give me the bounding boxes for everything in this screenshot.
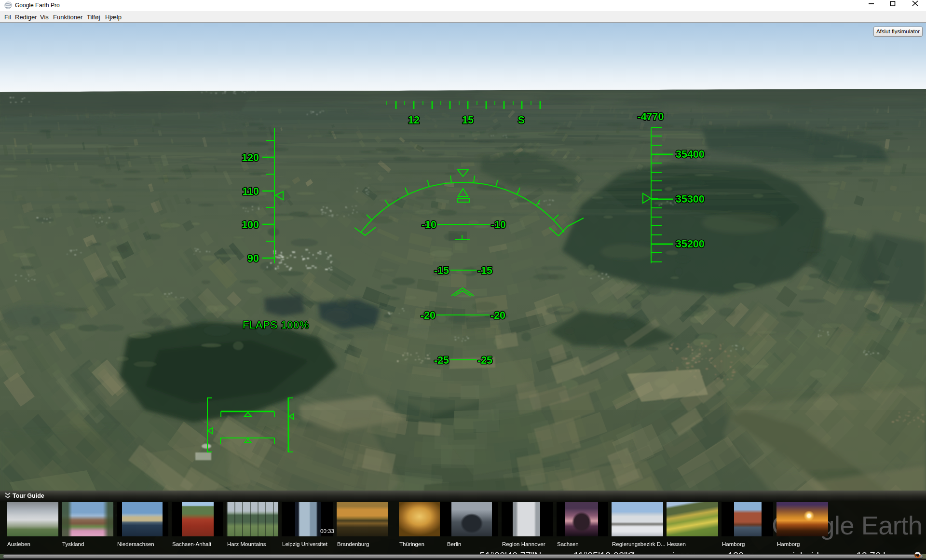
- svg-text:-10: -10: [491, 219, 506, 231]
- svg-text:110: 110: [242, 186, 259, 197]
- svg-text:-15: -15: [477, 265, 492, 276]
- svg-text:-20: -20: [490, 310, 505, 321]
- svg-text:15: 15: [462, 114, 474, 126]
- svg-text:-20: -20: [421, 310, 436, 321]
- svg-text:FLAPS 100%: FLAPS 100%: [243, 319, 309, 331]
- svg-text:-10: -10: [422, 219, 436, 231]
- svg-text:-4770: -4770: [638, 111, 664, 123]
- svg-text:35400: 35400: [676, 149, 705, 160]
- svg-text:-15: -15: [434, 265, 449, 276]
- svg-text:100: 100: [242, 219, 259, 231]
- svg-text:120: 120: [242, 152, 259, 164]
- svg-text:35200: 35200: [676, 238, 705, 250]
- svg-text:S: S: [518, 114, 525, 126]
- svg-text:12: 12: [408, 114, 420, 126]
- svg-text:-25: -25: [477, 355, 492, 366]
- svg-text:90: 90: [247, 253, 259, 264]
- svg-text:-25: -25: [434, 355, 449, 366]
- svg-text:35300: 35300: [676, 193, 705, 205]
